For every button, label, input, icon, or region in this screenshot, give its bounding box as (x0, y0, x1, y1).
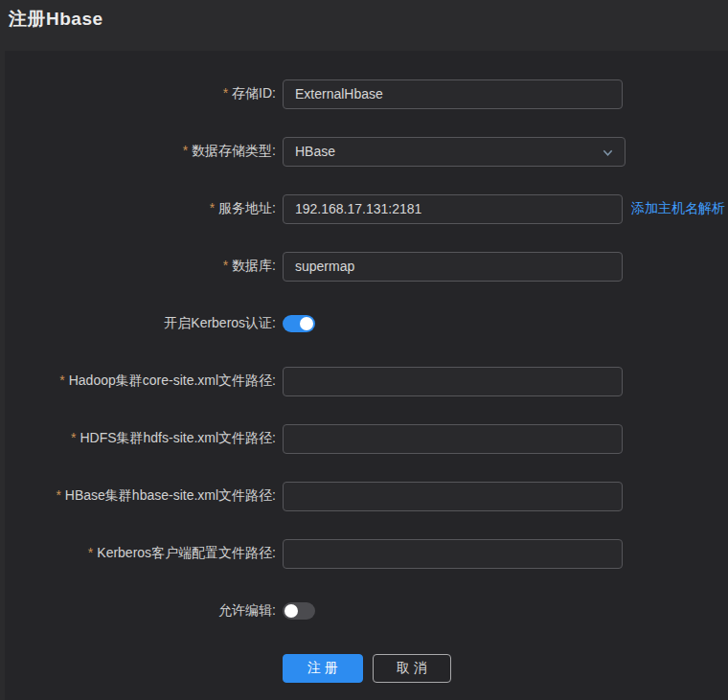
database-label: *数据库: (5, 258, 276, 275)
service-address-input[interactable] (283, 194, 623, 224)
hadoop-core-site-path-label: *Hadoop集群core-site.xml文件路径: (5, 373, 276, 390)
storage-type-select[interactable]: HBase (283, 137, 626, 167)
form-row-hdfs-site-path: *HDFS集群hdfs-site.xml文件路径: (5, 410, 728, 467)
form-row-storage-id: *存储ID: (5, 65, 728, 123)
allow-edit-label: 允许编辑: (5, 602, 276, 620)
required-mark: * (59, 373, 64, 388)
add-hostname-resolution-link[interactable]: 添加主机名解析 (631, 200, 725, 217)
hdfs-site-path-input[interactable] (283, 424, 623, 454)
kerberos-enabled-label: 开启Kerberos认证: (5, 315, 276, 332)
form-row-kerberos-enabled: 开启Kerberos认证: (5, 295, 728, 352)
service-address-label: *服务地址: (5, 200, 276, 217)
form-actions-row: 注 册 取 消 (5, 640, 728, 697)
storage-type-label: *数据存储类型: (5, 143, 276, 160)
required-mark: * (223, 85, 228, 101)
form-row-kerberos-client-config: *Kerberos客户端配置文件路径: (5, 525, 728, 582)
form-row-hadoop-core-site-path: *Hadoop集群core-site.xml文件路径: (5, 352, 728, 410)
form-row-database: *数据库: (5, 237, 728, 295)
kerberos-client-config-label: *Kerberos客户端配置文件路径: (5, 545, 276, 562)
storage-type-selected-value: HBase (295, 144, 335, 159)
storage-id-input[interactable] (283, 79, 623, 109)
required-mark: * (56, 487, 60, 503)
allow-edit-toggle[interactable] (283, 602, 315, 620)
register-hbase-form: *存储ID: *数据存储类型: HBase *服务地址: 添加主机名解析 *数据… (5, 51, 728, 700)
required-mark: * (210, 200, 215, 215)
cancel-button[interactable]: 取 消 (373, 654, 451, 683)
required-mark: * (71, 430, 76, 445)
hbase-site-path-label: *HBase集群hbase-site.xml文件路径: (5, 487, 276, 505)
kerberos-enabled-toggle[interactable] (283, 315, 315, 332)
page-header: 注册Hbase (0, 0, 728, 51)
kerberos-client-config-input[interactable] (283, 539, 623, 569)
required-mark: * (88, 545, 93, 560)
form-row-allow-edit: 允许编辑: (5, 582, 728, 640)
hbase-site-path-input[interactable] (283, 482, 623, 511)
form-row-hbase-site-path: *HBase集群hbase-site.xml文件路径: (5, 467, 728, 525)
required-mark: * (223, 258, 228, 273)
hdfs-site-path-label: *HDFS集群hdfs-site.xml文件路径: (5, 430, 276, 447)
hadoop-core-site-path-input[interactable] (283, 367, 623, 396)
storage-id-label: *存储ID: (5, 85, 276, 102)
register-button[interactable]: 注 册 (283, 654, 363, 683)
chevron-down-icon (602, 147, 614, 159)
form-row-storage-type: *数据存储类型: HBase (5, 123, 728, 180)
database-input[interactable] (283, 252, 623, 282)
toggle-knob (300, 317, 313, 330)
toggle-knob (284, 604, 298, 618)
page-title: 注册Hbase (9, 9, 103, 29)
form-row-service-address: *服务地址: 添加主机名解析 (5, 180, 728, 237)
required-mark: * (183, 143, 188, 158)
